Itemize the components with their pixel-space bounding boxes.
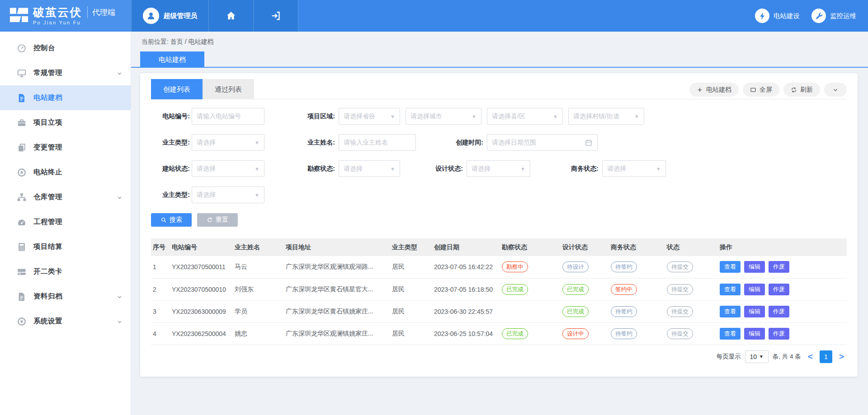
search-button[interactable]: 搜索 xyxy=(151,213,192,227)
add-station-button[interactable]: 电站建档 xyxy=(689,83,739,97)
table-row: 1YX2023070500011马云广东深圳龙华区观澜镇观湖路...居民2023… xyxy=(151,256,847,278)
plus-icon xyxy=(697,87,703,93)
filter-select[interactable]: 请选择村镇/街道▼ xyxy=(568,108,644,125)
chevron-down-icon xyxy=(117,294,123,299)
filter-row-1: 电站编号:请输入电站编号项目区域:请选择省份▼请选择城市▼请选择县/区▼请选择村… xyxy=(151,108,847,125)
sidebar-item-11[interactable]: 资料归档 xyxy=(0,284,131,309)
copy-icon xyxy=(17,143,27,153)
status-badge: 待提交 xyxy=(667,261,693,272)
filter-select[interactable]: 请选择▼ xyxy=(602,160,666,177)
sidebar-item-7[interactable]: 仓库管理 xyxy=(0,185,131,210)
nav-monitor-ops-label: 监控运维 xyxy=(830,12,856,20)
row-index: 3 xyxy=(151,300,170,322)
edit-button[interactable]: 编辑 xyxy=(744,261,765,273)
filter-label: 业主姓名: xyxy=(285,134,335,151)
refresh-button[interactable]: 刷新 xyxy=(783,83,820,97)
status-cell: 设计中 xyxy=(561,322,609,345)
chevron-down-icon: ▼ xyxy=(553,114,558,119)
home-button[interactable] xyxy=(209,0,254,32)
void-button[interactable]: 作废 xyxy=(769,328,789,340)
tab-passed-list[interactable]: 通过列表 xyxy=(203,79,254,99)
void-button[interactable]: 作废 xyxy=(769,306,789,317)
view-button[interactable]: 查看 xyxy=(720,306,741,317)
filter-select[interactable]: 请选择▼ xyxy=(192,134,264,151)
total-count-label: 条, 共 4 条 xyxy=(773,353,801,361)
station-code: YX2023070500011 xyxy=(170,256,233,278)
sidebar-item-label: 仓库管理 xyxy=(33,192,62,202)
chevron-down-icon: ▼ xyxy=(634,114,639,119)
sidebar-item-9[interactable]: 项目结算 xyxy=(0,234,131,259)
view-button[interactable]: 查看 xyxy=(720,261,741,273)
table-header-row: 序号电站编号业主姓名项目地址业主类型创建日期勘察状态设计状态商务状态状态操作 xyxy=(151,238,847,256)
list-card: 创建列表通过列表 电站建档全屏刷新 电站编号:请输入电站编号项目区域:请选择省份… xyxy=(140,73,858,377)
collapse-button[interactable] xyxy=(824,83,847,97)
nav-monitor-ops[interactable]: 监控运维 xyxy=(811,0,856,32)
edit-button[interactable]: 编辑 xyxy=(744,306,765,317)
prev-page-button[interactable]: < xyxy=(805,350,816,363)
filter-select[interactable]: 请选择▼ xyxy=(467,160,530,177)
status-badge: 已完成 xyxy=(502,284,528,295)
chevron-down-icon xyxy=(117,318,123,324)
sidebar-item-5[interactable]: 变更管理 xyxy=(0,135,131,160)
refresh-icon xyxy=(791,87,797,93)
current-user[interactable]: 超级管理员 xyxy=(131,0,209,32)
filter-input[interactable]: 请输入电站编号 xyxy=(192,108,264,125)
fullscreen-button[interactable]: 全屏 xyxy=(743,83,779,97)
edit-button[interactable]: 编辑 xyxy=(744,284,765,295)
void-button[interactable]: 作废 xyxy=(769,284,789,295)
status-badge: 待签约 xyxy=(611,261,637,272)
chevron-down-icon: ▼ xyxy=(255,140,259,145)
date-range-input[interactable]: 请选择日期范围 xyxy=(487,134,598,151)
created-date: 2023-07-05 16:42:22 xyxy=(432,256,500,278)
status-badge: 待提交 xyxy=(667,284,693,295)
filter-select[interactable]: 请选择▼ xyxy=(192,160,264,177)
filter-select[interactable]: 请选择▼ xyxy=(339,160,400,177)
column-header: 电站编号 xyxy=(170,238,233,256)
nav-station-build[interactable]: 电站建设 xyxy=(755,0,800,32)
sidebar-item-label: 系统设置 xyxy=(33,317,62,326)
owner-type: 居民 xyxy=(390,300,432,322)
breadcrumb: 当前位置: 首页 / 电站建档 xyxy=(131,32,868,47)
filter-label: 业主类型: xyxy=(151,187,190,203)
filter-select[interactable]: 请选择县/区▼ xyxy=(487,108,563,125)
sidebar-item-3[interactable]: 电站建档 xyxy=(0,85,131,110)
column-header: 业主类型 xyxy=(390,238,432,256)
chevron-down-icon xyxy=(117,70,123,76)
project-address: 广东深圳龙华区黄石镇星官大... xyxy=(284,278,390,300)
filter-input[interactable]: 请输入业主姓名 xyxy=(339,134,416,151)
next-page-button[interactable]: > xyxy=(836,350,847,363)
sidebar-item-label: 项目立项 xyxy=(33,118,62,127)
owner-type: 居民 xyxy=(390,278,432,300)
main-content: 当前位置: 首页 / 电站建档 电站建档 创建列表通过列表 电站建档全屏刷新 电… xyxy=(131,32,868,415)
status-cell: 待签约 xyxy=(609,322,665,345)
column-header: 序号 xyxy=(151,238,170,256)
void-button[interactable]: 作废 xyxy=(769,261,789,273)
filter-select[interactable]: 请选择省份▼ xyxy=(339,108,400,125)
filter-label: 电站编号: xyxy=(151,108,190,125)
reset-button[interactable]: 重置 xyxy=(197,213,238,227)
status-cell: 签约中 xyxy=(609,278,665,300)
station-code: YX2023063000009 xyxy=(170,300,233,322)
dashboard-icon xyxy=(17,43,27,53)
placeholder-text: 请选择县/区 xyxy=(492,112,550,121)
filter-select[interactable]: 请选择城市▼ xyxy=(406,108,481,125)
edit-button[interactable]: 编辑 xyxy=(744,328,765,340)
sidebar-item-12[interactable]: 系统设置 xyxy=(0,309,131,334)
page-tab-station-archive[interactable]: 电站建档 xyxy=(140,51,204,68)
sidebar-item-2[interactable]: 常规管理 xyxy=(0,61,131,85)
current-page-button[interactable]: 1 xyxy=(820,350,832,363)
sidebar-item-1[interactable]: 控制台 xyxy=(0,36,131,61)
sidebar-item-6[interactable]: 电站终止 xyxy=(0,160,131,185)
logout-button[interactable] xyxy=(254,0,298,32)
per-page-select[interactable]: 10▼ xyxy=(745,350,769,363)
filter-select[interactable]: 请选择▼ xyxy=(192,187,264,203)
view-button[interactable]: 查看 xyxy=(720,284,741,295)
table-row: 4YX2023062500004姚忠广东深圳龙华区观澜镇姚家庄...居民2023… xyxy=(151,322,847,345)
view-button[interactable]: 查看 xyxy=(720,328,741,340)
tab-create-list[interactable]: 创建列表 xyxy=(151,79,203,99)
top-header: 破茧云伏 代理端 Po Jian Yun Fu 超级管理员 电站建设 监控运维 xyxy=(0,0,868,32)
sidebar-item-4[interactable]: 项目立项 xyxy=(0,110,131,135)
sidebar-item-10[interactable]: 开二类卡 xyxy=(0,259,131,284)
filter-row-4: 业主类型:请选择▼ xyxy=(151,187,847,203)
sidebar-item-8[interactable]: 工程管理 xyxy=(0,210,131,234)
